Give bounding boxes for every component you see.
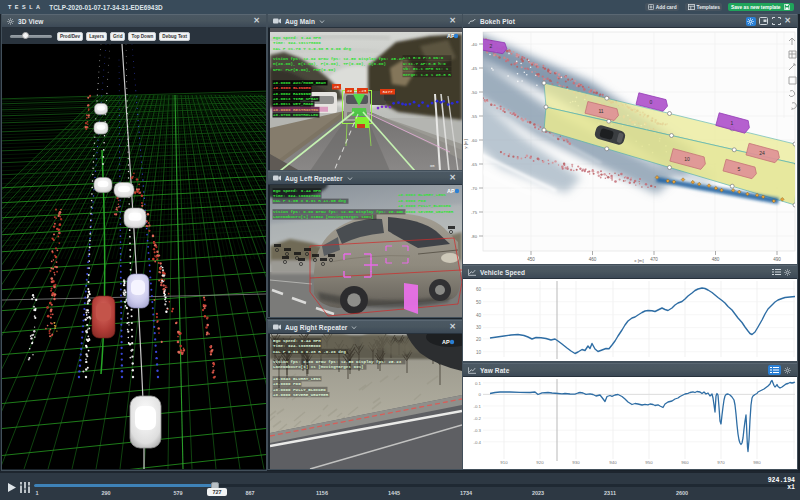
svg-text:-0.3: -0.3 (473, 428, 481, 433)
svg-text:970: 970 (717, 460, 725, 465)
svg-text:CAL P 0.83 x 0.28 R -0.26 deg: CAL P 0.83 x 0.28 R -0.26 deg (273, 350, 346, 354)
svg-text:Ego Speed: 9.44 MPH: Ego Speed: 9.44 MPH (273, 36, 321, 40)
svg-text:460: 460 (589, 257, 597, 262)
svg-text:-23: -23 (359, 88, 367, 93)
svg-text:x [m]: x [m] (634, 258, 644, 263)
svg-text:-70: -70 (471, 186, 478, 191)
svg-text:26: 26 (334, 84, 340, 89)
svg-text:30: 30 (476, 325, 482, 330)
svg-text:+0.0000 FULLY_BLOCKED: +0.0000 FULLY_BLOCKED (398, 204, 451, 208)
svg-text:490: 490 (773, 257, 781, 262)
svg-text:AP: AP (442, 339, 450, 345)
svg-text:Vision fps: 0.00 Draw fps: 12.: Vision fps: 0.00 Draw fps: 12.50 Display… (273, 360, 402, 364)
svg-text:LaneDObour=[1] =1 [MovingTarge: LaneDObour=[1] =1 [MovingTarget 99%] (273, 365, 363, 369)
svg-text:-45: -45 (471, 66, 478, 71)
svg-text:10: 10 (476, 350, 482, 355)
svg-text:50: 50 (476, 300, 482, 305)
svg-text:60: 60 (476, 287, 482, 292)
svg-text:980: 980 (753, 460, 761, 465)
svg-text:Ego Speed: 9.44 MPH: Ego Speed: 9.44 MPH (273, 339, 321, 343)
svg-text:-0.4: -0.4 (473, 440, 481, 445)
svg-text:Time: 924.190927000: Time: 924.190927000 (273, 194, 321, 198)
svg-text:-0.1: -0.1 (473, 404, 481, 409)
svg-text:-75: -75 (471, 210, 478, 215)
svg-text:+0.9706 CONTROLLED: +0.9706 CONTROLLED (273, 113, 319, 117)
svg-text:5: 5 (738, 166, 741, 172)
svg-text:49: 49 (347, 88, 353, 93)
svg-text:-65: -65 (471, 162, 478, 167)
svg-text:0: 0 (479, 392, 482, 397)
svg-text:NPM: FLP(5.00), FRP(0.00): NPM: FLP(5.00), FRP(0.00) (273, 68, 336, 72)
svg-text:-60: -60 (471, 138, 478, 143)
svg-text:10: 10 (684, 156, 690, 162)
svg-text:930: 930 (572, 460, 580, 465)
svg-text:2: 2 (490, 43, 493, 49)
svg-text:0.1: 0.1 (475, 381, 482, 386)
svg-text:+0.0000 AUX/HIGH_BEAM: +0.0000 AUX/HIGH_BEAM (273, 81, 326, 85)
svg-text:Vision fps: 12.02 Draw fps: 12: Vision fps: 12.02 Draw fps: 12.50 Displa… (273, 57, 404, 61)
svg-text:AP: AP (447, 33, 455, 39)
svg-text:+0.0000 FOG: +0.0000 FOG (398, 199, 426, 203)
svg-text:940: 940 (609, 460, 617, 465)
svg-text:40: 40 (476, 313, 482, 318)
svg-text:merge: 1.0 1 28.8 R: merge: 1.0 1 28.8 R (403, 73, 451, 77)
svg-text:450: 450 (527, 257, 535, 262)
svg-text:-80: -80 (471, 234, 478, 239)
svg-text:920: 920 (536, 460, 544, 465)
svg-text:Time: 924.191178000: Time: 924.191178000 (273, 41, 321, 45)
svg-text:Time: 924.190885000: Time: 924.190885000 (273, 344, 321, 348)
svg-text:+0.0000 FOG: +0.0000 FOG (273, 382, 301, 386)
svg-text:Vb: 51.1 MPH St: 1: Vb: 51.1 MPH St: 1 (403, 67, 449, 71)
svg-text:M(20.00), E(1.00), P(0.00), TP: M(20.00), E(1.00), P(0.00), TP(0.00), S(… (273, 62, 386, 66)
svg-text:LaneDObour=[1] =1502 [MovingTa: LaneDObour=[1] =1502 [MovingTarget 100%] (273, 215, 374, 219)
svg-text:+0.0000 SEVERE_WEATHER: +0.0000 SEVERE_WEATHER (398, 210, 454, 214)
svg-text:-55: -55 (471, 114, 478, 119)
svg-text:+0.0003 BLURRY_LENS: +0.0003 BLURRY_LENS (398, 193, 446, 197)
svg-text:960: 960 (681, 460, 689, 465)
svg-text:24: 24 (759, 150, 765, 156)
svg-text:L:1 R:0 F:3 DN:0: L:1 R:0 F:3 DN:0 (403, 56, 444, 60)
svg-text:+0.0000 SEVERE_WEATHER: +0.0000 SEVERE_WEATHER (273, 393, 329, 397)
svg-text:470: 470 (650, 257, 658, 262)
svg-text:910: 910 (500, 460, 508, 465)
svg-text:3477: 3477 (382, 89, 393, 94)
svg-text:Ego Speed: 9.44 MPH: Ego Speed: 9.44 MPH (273, 189, 321, 193)
svg-text:Vision fps: 0.00 Draw fps: 12.: Vision fps: 0.00 Draw fps: 12.50 Display… (273, 210, 402, 214)
svg-text:11: 11 (598, 108, 603, 114)
svg-text:CAL P =1.70 Y =-0.90 R 0.00 de: CAL P =1.70 Y =-0.90 R 0.00 deg (273, 47, 351, 51)
svg-text:0: 0 (650, 99, 653, 105)
svg-text:6m: 6m (430, 164, 435, 168)
svg-text:W:11.7 AP:8.5 h:0: W:11.7 AP:8.5 h:0 (403, 62, 446, 66)
svg-text:+0.0002 RAINING: +0.0002 RAINING (273, 92, 311, 96)
svg-text:AP: AP (447, 188, 455, 194)
svg-text:20: 20 (476, 337, 482, 342)
svg-text:+0.0013 TIRE_SPRAY: +0.0013 TIRE_SPRAY (273, 97, 319, 101)
svg-text:CAL P 1.05 x 0.91 R +1.05 deg: CAL P 1.05 x 0.91 R +1.05 deg (273, 199, 346, 203)
svg-text:+0.0043 BLURRY_LENS: +0.0043 BLURRY_LENS (273, 377, 321, 381)
svg-text:1: 1 (731, 120, 734, 126)
svg-text:-40: -40 (471, 42, 478, 47)
svg-text:480: 480 (712, 257, 720, 262)
svg-text:950: 950 (645, 460, 653, 465)
svg-text:+0.0011 WET_ROAD: +0.0011 WET_ROAD (273, 102, 314, 106)
svg-text:-50: -50 (471, 90, 478, 95)
svg-text:-0.2: -0.2 (473, 416, 481, 421)
svg-text:+0.0000 FULLY_BLOCKED: +0.0000 FULLY_BLOCKED (273, 388, 326, 392)
svg-text:y [m]: y [m] (463, 139, 468, 149)
svg-text:+0.0000 BLINDED: +0.0000 BLINDED (273, 86, 311, 90)
